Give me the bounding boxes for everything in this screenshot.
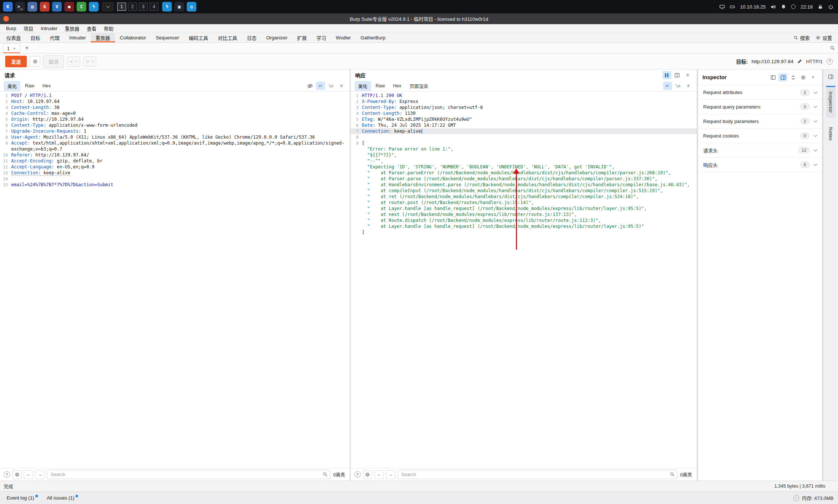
code-line[interactable]: " at Route.dispatch (/root/Backend/node_… bbox=[351, 217, 697, 223]
main-tab-14[interactable]: GatherBurp bbox=[356, 33, 390, 42]
main-tab-12[interactable]: 学习 bbox=[312, 33, 331, 42]
search-settings-gear-icon[interactable] bbox=[12, 470, 22, 479]
main-tab-7[interactable]: 编码工具 bbox=[184, 33, 213, 42]
battery-icon[interactable] bbox=[730, 4, 735, 10]
main-tab-13[interactable]: Wsdler bbox=[331, 33, 356, 42]
edit-target-pencil-icon[interactable] bbox=[797, 59, 802, 64]
wrap-toggle-icon[interactable]: ↵ bbox=[663, 82, 672, 90]
code-line[interactable]: " at Parser.parseError (/root/Backend/no… bbox=[351, 170, 697, 176]
display-icon[interactable] bbox=[719, 4, 725, 10]
tab-search-icon[interactable] bbox=[830, 45, 835, 51]
search-prev-button[interactable]: ← bbox=[24, 470, 33, 479]
code-line[interactable]: ] bbox=[351, 229, 697, 235]
request-view-tabs-2[interactable]: Hex bbox=[39, 82, 54, 90]
code-line[interactable]: 6Content-Type: application/x-www-form-ur… bbox=[0, 122, 350, 128]
side-tab-notes[interactable]: Notes bbox=[826, 123, 835, 145]
volume-icon[interactable] bbox=[770, 4, 776, 10]
info-icon[interactable]: i bbox=[793, 495, 799, 501]
code-line[interactable]: " at ret (/root/Backend/node_modules/han… bbox=[351, 194, 697, 200]
history-back-button[interactable]: < bbox=[67, 56, 80, 67]
vscode-icon[interactable]: V bbox=[52, 2, 62, 12]
code-line[interactable]: " at next (/root/Backend/node_modules/ex… bbox=[351, 211, 697, 217]
search-next-button[interactable]: → bbox=[35, 470, 45, 479]
global-search-button[interactable]: 搜索 bbox=[793, 34, 810, 41]
close-tab-icon[interactable]: × bbox=[13, 46, 16, 51]
code-line[interactable]: "Expecting 'ID', 'STRING', 'NUMBER', 'BO… bbox=[351, 164, 697, 170]
inspector-section-request-query-parameters[interactable]: Request query parameters0 bbox=[698, 100, 822, 114]
send-settings-gear-icon[interactable] bbox=[30, 56, 40, 67]
newline-toggle-icon[interactable]: \n bbox=[327, 82, 335, 90]
code-line[interactable]: 7Upgrade-Insecure-Requests: 1 bbox=[0, 128, 350, 134]
workspace-1[interactable]: 1 bbox=[117, 3, 126, 11]
menu-icon[interactable]: ≡ bbox=[337, 82, 346, 90]
code-line[interactable]: 13Connection: keep-alive bbox=[0, 170, 350, 176]
repeater-help-icon[interactable]: ? bbox=[826, 58, 833, 65]
inspector-section-request-attributes[interactable]: Request attributes2 bbox=[698, 85, 822, 100]
vpn-bolt-icon[interactable]: ϟ bbox=[162, 2, 172, 12]
main-tab-5[interactable]: Collaborator bbox=[115, 33, 151, 42]
code-line[interactable]: 8User-Agent: Mozilla/5.0 (X11; Linux x86… bbox=[0, 134, 350, 140]
menu-item-1[interactable]: 项目 bbox=[20, 24, 37, 33]
search-help-icon[interactable]: ? bbox=[354, 471, 361, 478]
main-tab-9[interactable]: 日志 bbox=[242, 33, 261, 42]
dock-left-icon[interactable] bbox=[768, 73, 777, 81]
response-search-input[interactable] bbox=[398, 470, 677, 479]
code-line[interactable]: " at Parser.parse (/root/Backend/node_mo… bbox=[351, 176, 697, 182]
code-line[interactable]: " at Layer.handle [as handle_request] (/… bbox=[351, 223, 697, 229]
pause-updates-icon[interactable] bbox=[662, 71, 671, 79]
menu-item-5[interactable]: 帮助 bbox=[100, 24, 117, 33]
main-tab-4[interactable]: 重放器 bbox=[91, 33, 115, 42]
wrap-toggle-icon[interactable]: ↵ bbox=[316, 82, 325, 90]
repeater-tab-1[interactable]: 1× bbox=[3, 43, 20, 53]
all-issues-tab[interactable]: All issues (1) bbox=[42, 493, 83, 503]
side-tab-inspector[interactable]: Inspector bbox=[826, 86, 835, 117]
response-view-tabs-0[interactable]: 美化 bbox=[354, 81, 371, 91]
code-line[interactable]: 4Cache-Control: max-age=0 bbox=[0, 110, 350, 116]
code-line[interactable]: " at router.post (/root/Backend/routes/h… bbox=[351, 200, 697, 206]
code-line[interactable]: 3Content-Type: application/json; charset… bbox=[351, 104, 697, 110]
code-line[interactable]: 14 bbox=[0, 176, 350, 182]
record-app-icon[interactable]: ● bbox=[64, 2, 74, 12]
cancel-button[interactable]: 取消 bbox=[43, 55, 64, 68]
code-line[interactable]: 12Accept-Language: en-US,en;q=0.9 bbox=[0, 164, 350, 170]
response-view-tabs-1[interactable]: Raw bbox=[372, 82, 389, 90]
main-tab-6[interactable]: Sequencer bbox=[151, 33, 184, 42]
main-tab-1[interactable]: 目标 bbox=[26, 33, 45, 42]
request-search-input[interactable] bbox=[47, 470, 330, 479]
code-line[interactable]: 9Accept: text/html,application/xhtml+xml… bbox=[0, 140, 350, 152]
main-tab-0[interactable]: 仪表盘 bbox=[1, 33, 26, 42]
event-log-tab[interactable]: Event log (1) bbox=[2, 493, 42, 503]
record-indicator-icon[interactable] bbox=[791, 4, 796, 9]
editor-red-icon[interactable]: G bbox=[40, 2, 49, 12]
bolt-app-icon[interactable]: ϟ bbox=[89, 2, 99, 12]
menu-item-4[interactable]: 查看 bbox=[83, 24, 100, 33]
code-line[interactable]: 1POST / HTTP/1.1 bbox=[0, 93, 350, 98]
code-line[interactable]: "${{7*7}}", bbox=[351, 152, 697, 158]
response-editor[interactable]: 1HTTP/1.1 200 OK2X-Powered-By: Express3C… bbox=[351, 91, 697, 468]
code-line[interactable]: 2X-Powered-By: Express bbox=[351, 98, 697, 104]
kali-menu-icon[interactable]: K bbox=[3, 2, 13, 12]
main-tab-2[interactable]: 代理 bbox=[45, 33, 64, 42]
code-line[interactable]: "Error: Parse error on line 1:", bbox=[351, 146, 697, 152]
code-line[interactable]: 10Referer: http://10.129.97.64/ bbox=[0, 152, 350, 158]
workspace-4[interactable]: 4 bbox=[150, 3, 158, 11]
clock[interactable]: 22:18 bbox=[800, 4, 813, 10]
request-view-tabs-0[interactable]: 美化 bbox=[4, 81, 20, 91]
file-manager-icon[interactable]: ▤ bbox=[28, 2, 37, 12]
add-tab-button[interactable]: + bbox=[22, 45, 32, 51]
inspector-close-icon[interactable]: × bbox=[809, 73, 818, 81]
cherrytree-icon[interactable]: C bbox=[77, 2, 86, 12]
request-view-tabs-1[interactable]: Raw bbox=[21, 82, 38, 90]
menu-item-3[interactable]: 重放器 bbox=[61, 24, 83, 33]
dock-right-icon[interactable] bbox=[778, 73, 787, 81]
inspector-section-request-cookies[interactable]: Request cookies0 bbox=[698, 129, 822, 143]
code-line[interactable]: " at compileInput (/root/Backend/node_mo… bbox=[351, 188, 697, 194]
code-line[interactable]: 11Accept-Encoding: gzip, deflate, br bbox=[0, 158, 350, 164]
http-version-selector[interactable]: HTTP/1 bbox=[806, 59, 823, 64]
inspector-section-response-headers[interactable]: 响应头6 bbox=[698, 158, 822, 172]
search-help-icon[interactable]: ? bbox=[4, 471, 10, 478]
lock-icon[interactable] bbox=[818, 4, 823, 10]
inspector-gear-icon[interactable] bbox=[799, 73, 808, 81]
main-tab-11[interactable]: 扩展 bbox=[292, 33, 312, 42]
notification-bell-icon[interactable] bbox=[781, 4, 786, 10]
